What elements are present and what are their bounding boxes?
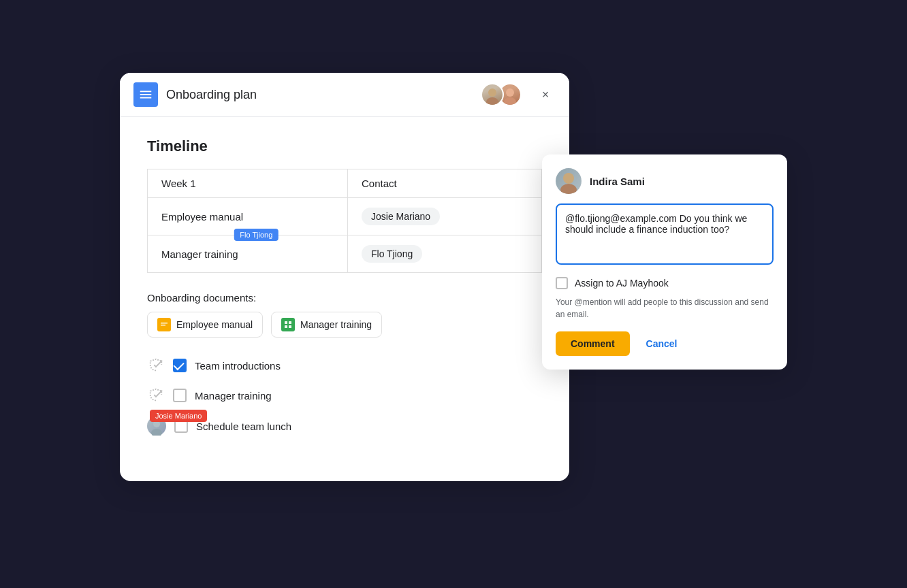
chip-label-1: Employee manual	[176, 319, 253, 330]
svg-rect-8	[285, 321, 287, 324]
svg-rect-7	[283, 320, 293, 329]
checklist-label-3: Schedule team lunch	[196, 421, 291, 432]
chip-employee-manual[interactable]: Employee manual	[147, 312, 263, 338]
svg-point-3	[504, 97, 516, 105]
checkbox-2[interactable]	[173, 389, 187, 402]
sheets-icon	[281, 318, 295, 331]
comment-header: Indira Sami	[556, 168, 774, 194]
section-title: Timeline	[147, 137, 542, 155]
chip-label-2: Manager training	[300, 319, 372, 330]
svg-point-15	[560, 184, 577, 194]
doc-chips: Employee manual Manager training	[147, 312, 542, 338]
svg-rect-11	[289, 325, 291, 328]
table-row: Flo Tjiong Manager training Flo Tjiong	[148, 235, 542, 273]
tooltip-josie: Josie Mariano	[150, 410, 207, 422]
svg-point-0	[488, 88, 496, 97]
comment-textarea[interactable]: @flo.tjiong@example.com Do you think we …	[556, 203, 774, 265]
svg-rect-10	[285, 325, 287, 328]
svg-rect-9	[289, 321, 291, 324]
timeline-table: Week 1 Contact Employee manual Josie Mar…	[147, 169, 542, 273]
slides-icon	[157, 318, 171, 331]
avatar-user1	[481, 83, 504, 106]
assign-checkbox[interactable]	[556, 277, 568, 289]
comment-author-name: Indira Sami	[590, 176, 645, 187]
table-col1-header: Week 1	[148, 169, 348, 198]
chip-manager-training[interactable]: Manager training	[271, 312, 382, 338]
table-cell-week2: Flo Tjiong Manager training	[148, 235, 348, 273]
checklist-item-2: Manager training	[147, 387, 542, 404]
table-cell-contact1: Josie Mariano	[347, 198, 541, 235]
svg-rect-6	[161, 325, 165, 326]
svg-point-2	[506, 88, 514, 97]
add-task-icon-1	[147, 357, 165, 374]
checklist-label-2: Manager training	[195, 390, 272, 402]
comment-actions: Comment Cancel	[556, 331, 774, 356]
contact-badge-flo: Flo Tjiong	[362, 245, 422, 263]
doc-body: Timeline Week 1 Contact Employee manual …	[120, 117, 569, 481]
svg-point-14	[563, 173, 574, 184]
doc-header: Onboarding plan ×	[120, 73, 569, 117]
tooltip-badge-flo: Flo Tjiong	[234, 229, 278, 241]
add-task-icon-2	[147, 387, 165, 404]
cancel-button[interactable]: Cancel	[637, 331, 687, 356]
svg-point-13	[151, 429, 162, 436]
assign-label: Assign to AJ Mayhook	[575, 278, 669, 289]
mention-hint: Your @mention will add people to this di…	[556, 296, 774, 321]
checkbox-1[interactable]	[173, 359, 187, 372]
close-button[interactable]: ×	[535, 84, 556, 105]
collaborator-avatars	[481, 83, 522, 106]
comment-button[interactable]: Comment	[556, 331, 630, 356]
document-card: Onboarding plan × Timeline	[120, 73, 569, 481]
checklist-item-1: Team introductions	[147, 357, 542, 374]
checklist-label-1: Team introductions	[195, 360, 281, 372]
assign-row: Assign to AJ Mayhook	[556, 277, 774, 289]
doc-title: Onboarding plan	[166, 88, 473, 102]
comment-card: Indira Sami @flo.tjiong@example.com Do y…	[542, 154, 787, 370]
table-row: Employee manual Josie Mariano	[148, 198, 542, 235]
checklist: Team introductions Manager training	[147, 357, 542, 436]
doc-type-icon	[133, 82, 158, 107]
comment-author-avatar	[556, 168, 582, 194]
table-col2-header: Contact	[347, 169, 541, 198]
svg-point-1	[486, 97, 498, 105]
onboarding-label: Onboarding documents:	[147, 292, 542, 304]
svg-rect-5	[161, 323, 168, 324]
table-cell-contact2: Flo Tjiong	[347, 235, 541, 273]
checklist-item-3: Schedule team lunch Josie Mariano	[147, 416, 542, 436]
contact-badge-josie: Josie Mariano	[362, 208, 440, 225]
